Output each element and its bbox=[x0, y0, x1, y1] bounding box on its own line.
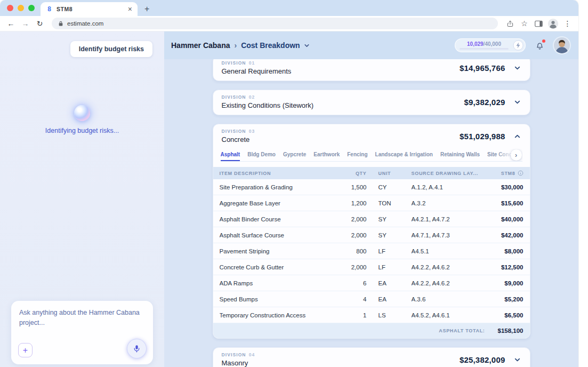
breadcrumb-section[interactable]: Cost Breakdown bbox=[241, 41, 300, 50]
cell-unit: SY bbox=[367, 232, 412, 238]
cell-unit: TON bbox=[367, 200, 412, 206]
address-bar[interactable]: estimate.com bbox=[52, 18, 498, 29]
cell-source: A4.5.2, A4.6.1 bbox=[412, 312, 490, 318]
notification-badge bbox=[542, 39, 545, 43]
division-amount: $9,382,029 bbox=[464, 98, 505, 107]
division-03-header[interactable]: DIVISION03 Concrete $51,029,988 bbox=[213, 124, 530, 149]
bookmark-star-icon[interactable]: ☆ bbox=[518, 17, 531, 30]
table-row[interactable]: Asphalt Surface Course2,000SYA4.7.1, A4.… bbox=[213, 227, 530, 243]
table-row[interactable]: ADA Ramps6EAA4.2.2, A4.6.2$9,000 bbox=[213, 275, 530, 291]
col-qty: QTY bbox=[335, 171, 367, 176]
user-avatar[interactable] bbox=[554, 37, 570, 53]
share-icon[interactable] bbox=[503, 17, 517, 30]
col-source-drawing: SOURCE DRAWING LAY... bbox=[412, 171, 490, 176]
cell-cost: $9,000 bbox=[490, 280, 523, 286]
division-amount: $25,382,009 bbox=[460, 355, 505, 364]
division-02-header[interactable]: DIVISION02 Existing Conditions (Sitework… bbox=[213, 90, 530, 115]
cell-source: A4.5.1 bbox=[412, 248, 490, 254]
asphalt-table-body: Site Preparation & Grading1,500CYA.1.2, … bbox=[213, 179, 530, 323]
browser-window: 8 STM8 × + ← → ↻ estimate.com ☆ ⋮ Ide bbox=[0, 0, 578, 367]
chrome-profile-avatar[interactable] bbox=[546, 17, 560, 30]
add-attachment-button[interactable]: + bbox=[18, 343, 33, 357]
cell-description: Asphalt Binder Course bbox=[220, 216, 335, 222]
browser-tab[interactable]: 8 STM8 × bbox=[41, 2, 138, 16]
chevron-down-icon[interactable] bbox=[513, 356, 521, 364]
credits-icon[interactable] bbox=[513, 40, 523, 51]
stm8-favicon-icon: 8 bbox=[46, 5, 53, 13]
table-row[interactable]: Aggregate Base Layer1,200TONA.3.2$15,600 bbox=[213, 195, 530, 211]
table-row[interactable]: Pavement Striping800LFA4.5.1$8,000 bbox=[213, 243, 530, 259]
trade-tab[interactable]: Gypcrete bbox=[283, 151, 306, 161]
address-bar-row: ← → ↻ estimate.com ☆ ⋮ bbox=[0, 16, 578, 31]
table-row[interactable]: Concrete Curb & Gutter2,000LFA4.2.2, A4.… bbox=[213, 259, 530, 275]
trade-tab[interactable]: Fencing bbox=[347, 151, 367, 161]
trade-tab[interactable]: Bldg Demo bbox=[247, 151, 276, 161]
cell-unit: EA bbox=[367, 296, 412, 302]
microphone-button[interactable] bbox=[127, 339, 147, 358]
cell-cost: $5,200 bbox=[490, 296, 523, 302]
trade-tabs: › AsphaltBldg DemoGypcreteEarthworkFenci… bbox=[221, 149, 522, 162]
division-number: 04 bbox=[249, 352, 255, 357]
cell-description: Aggregate Base Layer bbox=[220, 200, 335, 206]
cell-source: A.3.2 bbox=[412, 200, 490, 206]
zoom-window-icon[interactable] bbox=[28, 5, 35, 11]
cell-unit: SY bbox=[367, 216, 412, 222]
close-window-icon[interactable] bbox=[7, 5, 13, 11]
cell-description: Temporary Construction Access bbox=[220, 312, 335, 318]
division-label: DIVISION bbox=[222, 352, 246, 357]
info-icon[interactable] bbox=[518, 170, 523, 176]
chevron-up-icon[interactable] bbox=[513, 132, 521, 140]
identify-budget-risks-button[interactable]: Identify budget risks bbox=[70, 41, 152, 57]
cell-source: A4.2.2, A4.6.2 bbox=[412, 264, 490, 270]
menu-dots-icon[interactable]: ⋮ bbox=[561, 17, 574, 30]
division-number: 02 bbox=[249, 94, 255, 100]
cell-description: Speed Bumps bbox=[220, 296, 335, 302]
col-item-description: ITEM DESCRIPTION bbox=[220, 171, 335, 176]
cell-description: Asphalt Surface Course bbox=[220, 232, 335, 238]
trade-tab[interactable]: Asphalt bbox=[221, 151, 240, 161]
cell-source: A.3.6 bbox=[412, 296, 490, 302]
notification-bell-button[interactable] bbox=[535, 41, 545, 51]
refresh-icon[interactable]: ↻ bbox=[33, 17, 46, 30]
cell-unit: EA bbox=[367, 280, 412, 286]
division-name: Existing Conditions (Sitework) bbox=[222, 101, 314, 109]
trade-tab[interactable]: Landscape & Irrigation bbox=[375, 151, 433, 161]
division-name: Masonry bbox=[222, 359, 255, 367]
forward-icon[interactable]: → bbox=[19, 17, 32, 30]
chevron-down-icon[interactable] bbox=[513, 98, 521, 106]
cell-cost: $8,000 bbox=[490, 248, 523, 254]
col-stm8: STM8 bbox=[490, 170, 523, 176]
tabs-scroll-right-button[interactable]: › bbox=[511, 149, 522, 161]
trade-tab[interactable]: Earthwork bbox=[313, 151, 340, 161]
division-label: DIVISION bbox=[222, 94, 246, 100]
cell-cost: $30,000 bbox=[490, 184, 523, 190]
window-controls bbox=[7, 5, 35, 11]
new-tab-button[interactable]: + bbox=[144, 5, 149, 13]
chat-input[interactable] bbox=[19, 308, 145, 337]
division-label: DIVISION bbox=[222, 129, 246, 134]
cost-breakdown-scroll-area[interactable]: DIVISION01 General Requirements $14,965,… bbox=[164, 59, 578, 367]
chevron-down-icon[interactable] bbox=[513, 64, 521, 72]
breadcrumb-project[interactable]: Hammer Cabana bbox=[171, 41, 230, 50]
division-01-header[interactable]: DIVISION01 General Requirements $14,965,… bbox=[213, 59, 530, 81]
cell-qty: 1 bbox=[335, 312, 367, 318]
breadcrumb-chevron-down-icon[interactable] bbox=[303, 42, 310, 49]
minimize-window-icon[interactable] bbox=[18, 5, 24, 11]
table-row[interactable]: Temporary Construction Access1LSA4.5.2, … bbox=[213, 307, 530, 323]
division-number: 01 bbox=[249, 60, 255, 66]
table-row[interactable]: Asphalt Binder Course2,000SYA4.2.1, A4.7… bbox=[213, 211, 530, 227]
microphone-icon bbox=[132, 344, 141, 353]
cell-unit: LF bbox=[367, 264, 412, 270]
credits-pill[interactable]: 10,029/40,000 bbox=[455, 38, 526, 52]
table-row[interactable]: Speed Bumps4EAA.3.6$5,200 bbox=[213, 291, 530, 307]
trade-tab[interactable]: Retaining Walls bbox=[440, 151, 480, 161]
tab-close-icon[interactable]: × bbox=[128, 5, 132, 13]
division-card-01: DIVISION01 General Requirements $14,965,… bbox=[213, 59, 530, 81]
table-footer-row: ASPHALT TOTAL: $158,100 bbox=[213, 323, 530, 338]
cell-cost: $12,500 bbox=[490, 264, 523, 270]
table-row[interactable]: Site Preparation & Grading1,500CYA.1.2, … bbox=[213, 179, 530, 195]
division-04-header[interactable]: DIVISION04 Masonry $25,382,009 bbox=[213, 348, 530, 367]
back-icon[interactable]: ← bbox=[4, 17, 18, 30]
sidebar-panel-icon[interactable] bbox=[532, 17, 545, 30]
division-label: DIVISION bbox=[222, 60, 246, 66]
